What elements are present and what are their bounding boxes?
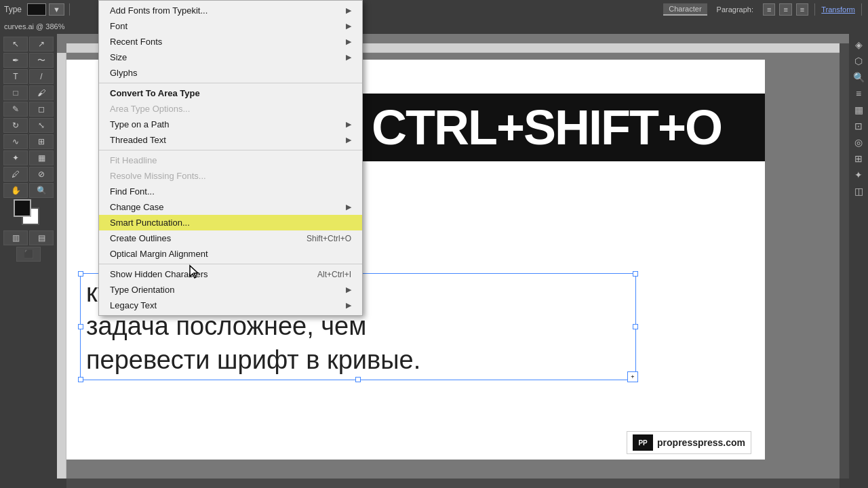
menu-item-recent-fonts[interactable]: Recent Fonts ▶ <box>99 34 362 49</box>
arrow-icon-recent: ▶ <box>346 37 351 46</box>
free-transform-tool[interactable]: ⊞ <box>29 134 54 149</box>
hand-tool[interactable]: ✋ <box>3 183 28 198</box>
right-sidebar: ◈ ⬡ 🔍 ≡ ▦ ⊡ ◎ ⊞ ✦ ◫ <box>849 34 868 488</box>
menu-item-create-outlines[interactable]: Create Outlines Shift+Ctrl+O <box>99 230 362 246</box>
zoom-tool[interactable]: 🔍 <box>29 183 54 198</box>
align-center-btn[interactable]: ≡ <box>779 3 791 16</box>
panel-icon-8[interactable]: ⊞ <box>852 152 865 165</box>
handle-ml[interactable] <box>78 324 83 329</box>
quick-mask[interactable]: ▤ <box>29 230 54 245</box>
transform-link[interactable]: Transform <box>821 5 855 14</box>
separator-1 <box>99 83 362 83</box>
align-right-btn[interactable]: ≡ <box>796 3 808 16</box>
panel-icon-7[interactable]: ◎ <box>852 136 865 149</box>
menu-item-change-case[interactable]: Change Case ▶ <box>99 199 362 215</box>
type-menu: Add Fonts from Typekit... ▶ Font ▶ Recen… <box>98 0 363 316</box>
curvature-tool[interactable]: 〜 <box>29 53 54 68</box>
warp-tool[interactable]: ∿ <box>3 134 28 149</box>
menu-item-resolve-missing: Resolve Missing Fonts... <box>99 168 362 184</box>
arrow-icon-threaded: ▶ <box>346 136 351 144</box>
type-tool[interactable]: T <box>3 69 28 84</box>
rotate-tool[interactable]: ↻ <box>3 118 28 133</box>
eyedropper-tool[interactable]: 🖊 <box>3 167 28 182</box>
graph-tool[interactable]: ▦ <box>29 150 54 165</box>
arrow-icon-legacy: ▶ <box>346 301 351 310</box>
scroll-right[interactable] <box>840 43 849 479</box>
scale-tool[interactable]: ⤡ <box>29 118 54 133</box>
panel-icon-2[interactable]: ⬡ <box>852 54 865 68</box>
menu-item-font[interactable]: Font ▶ <box>99 18 362 34</box>
menu-item-convert-to-area[interactable]: Convert To Area Type <box>99 85 362 101</box>
menu-item-add-fonts[interactable]: Add Fonts from Typekit... ▶ <box>99 3 362 18</box>
panel-icon-3[interactable]: 🔍 <box>852 70 865 84</box>
handle-bm[interactable] <box>355 377 361 382</box>
handle-tl[interactable] <box>78 271 83 277</box>
arrow-icon-size: ▶ <box>346 53 351 62</box>
panel-icon-10[interactable]: ◫ <box>852 184 865 198</box>
tool-row-4: □ 🖌 <box>3 85 54 100</box>
panel-icon-6[interactable]: ⊡ <box>852 119 865 133</box>
watermark-logo: PP <box>633 434 653 451</box>
pencil-tool[interactable]: ✎ <box>3 102 28 117</box>
scroll-corner-right <box>840 479 849 488</box>
rect-tool[interactable]: □ <box>3 85 28 100</box>
ctrl-shortcut-text: CTRL+SHIFT+O <box>372 100 722 155</box>
panel-icon-4[interactable]: ≡ <box>852 87 865 100</box>
separator-2 <box>99 150 362 150</box>
menu-item-legacy-text[interactable]: Legacy Text ▶ <box>99 298 362 313</box>
tool-row-8: ✦ ▦ <box>3 150 54 165</box>
direct-select-tool[interactable]: ↗ <box>29 37 54 52</box>
tool-row-3: T / <box>3 69 54 84</box>
select-tool[interactable]: ↖ <box>3 37 28 52</box>
arrow-icon: ▶ <box>346 6 351 15</box>
panel-icon-9[interactable]: ✦ <box>852 168 865 182</box>
panel-icon-1[interactable]: ◈ <box>852 38 865 52</box>
scroll-corner-left <box>57 479 66 488</box>
character-tab[interactable]: Character <box>663 3 707 16</box>
line-tool[interactable]: / <box>29 69 54 84</box>
screen-mode[interactable]: ⬛ <box>16 247 41 262</box>
scroll-bottom[interactable] <box>66 479 840 488</box>
align-left-btn[interactable]: ≡ <box>763 3 775 16</box>
tool-row-7: ∿ ⊞ <box>3 134 54 149</box>
handle-br-overflow[interactable]: + <box>627 371 638 382</box>
handle-tr[interactable] <box>633 271 638 277</box>
view-mode-row: ▥ ▤ <box>3 230 54 245</box>
menu-item-show-hidden[interactable]: Show Hidden Characters Alt+Ctrl+I <box>99 266 362 282</box>
normal-view[interactable]: ▥ <box>3 230 28 245</box>
menu-item-find-font[interactable]: Find Font... <box>99 184 362 199</box>
menu-item-fit-headline: Fit Headline <box>99 152 362 168</box>
menu-item-area-type-options: Area Type Options... <box>99 101 362 117</box>
color-btn[interactable]: ▼ <box>49 3 64 16</box>
separator <box>69 3 70 16</box>
menu-item-smart-punctuation[interactable]: Smart Punctuation... <box>99 215 362 230</box>
menu-item-type-on-path[interactable]: Type on a Path ▶ <box>99 117 362 132</box>
eraser-tool[interactable]: ◻ <box>29 102 54 117</box>
handle-mr[interactable] <box>633 324 638 329</box>
sep2 <box>814 3 815 16</box>
arrow-icon-path: ▶ <box>346 120 351 129</box>
foreground-color[interactable] <box>14 199 31 217</box>
menu-item-glyphs[interactable]: Glyphs <box>99 65 362 81</box>
symbol-tool[interactable]: ✦ <box>3 150 28 165</box>
menu-item-type-orientation[interactable]: Type Orientation ▶ <box>99 282 362 298</box>
arrow-icon-change-case: ▶ <box>346 203 351 211</box>
menu-item-threaded-text[interactable]: Threaded Text ▶ <box>99 132 362 148</box>
arrow-icon-orientation: ▶ <box>346 285 351 294</box>
text-line-3: перевести шрифт в кривые. <box>86 344 630 377</box>
pen-tool[interactable]: ✒ <box>3 53 28 68</box>
brush-tool[interactable]: 🖌 <box>29 85 54 100</box>
watermark-logo-text: PP <box>638 439 647 447</box>
color-swatch[interactable] <box>27 3 46 16</box>
handle-bl[interactable] <box>78 377 83 382</box>
black-banner: CTRL+SHIFT+O <box>358 94 765 161</box>
type-label: Type <box>4 5 22 14</box>
paragraph-tab[interactable]: Paragraph: <box>711 4 759 15</box>
watermark: PP propresspress.com <box>627 431 751 454</box>
tool-row-5: ✎ ◻ <box>3 102 54 117</box>
menu-item-optical-margin[interactable]: Optical Margin Alignment <box>99 246 362 262</box>
panel-icon-5[interactable]: ▦ <box>852 103 865 117</box>
menu-item-size[interactable]: Size ▶ <box>99 49 362 65</box>
ruler-vertical <box>57 53 66 479</box>
measure-tool[interactable]: ⊘ <box>29 167 54 182</box>
